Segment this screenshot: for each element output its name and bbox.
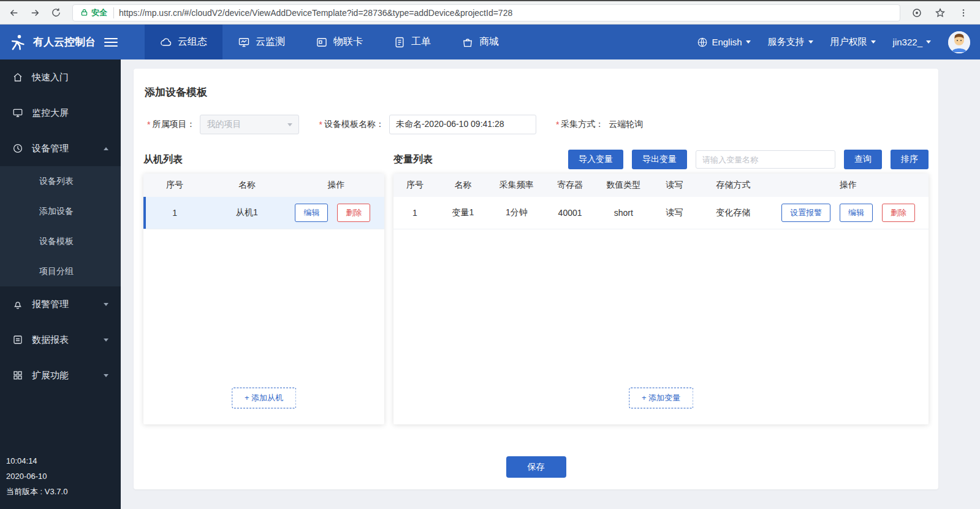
sidebar-item-alarm-management[interactable]: 报警管理	[0, 286, 121, 322]
column-header: 寄存器	[543, 174, 596, 197]
column-header: 操作	[288, 174, 384, 197]
export-variable-button[interactable]: 导出变量	[632, 150, 687, 169]
slave-list-panel: 序号 名称 操作 1 从机1	[143, 174, 384, 424]
chevron-down-icon	[104, 303, 108, 306]
sidebar-item-project-group[interactable]: 项目分组	[0, 256, 121, 286]
nav-item-cloud-scada[interactable]: 云组态	[145, 25, 222, 59]
delete-variable-button[interactable]: 删除	[882, 204, 915, 222]
home-icon	[12, 72, 23, 83]
sidebar-item-quick-start[interactable]: 快速入门	[0, 59, 121, 95]
forward-icon[interactable]	[27, 5, 43, 21]
permission-label: 用户权限	[830, 36, 867, 48]
save-button[interactable]: 保存	[506, 456, 566, 478]
main-content: 添加设备模板 * 所属项目： 我的项目 * 设备模板名称： * 采集方式： 云端…	[121, 59, 980, 509]
variable-toolbar: 导入变量 导出变量 查询 排序	[568, 150, 929, 169]
sidebar-footer: 10:04:14 2020-06-10 当前版本 : V3.7.0	[6, 453, 67, 499]
permission-dropdown[interactable]: 用户权限	[830, 36, 876, 48]
grid-icon	[12, 370, 23, 381]
variable-frequency: 1分钟	[490, 197, 543, 229]
sidebar-item-label: 设备模板	[39, 236, 74, 247]
variable-list-panel: 序号 名称 采集频率 寄存器 数值类型 读写 存储方式 操作	[393, 174, 929, 424]
zoom-icon[interactable]	[909, 5, 925, 21]
table-row[interactable]: 1 从机1 编辑 删除	[143, 197, 384, 229]
edit-slave-button[interactable]: 编辑	[295, 204, 328, 222]
avatar[interactable]	[948, 31, 970, 53]
sidebar-item-device-list[interactable]: 设备列表	[0, 166, 121, 196]
refresh-icon[interactable]	[48, 5, 64, 21]
nav-item-label: 云组态	[178, 36, 207, 48]
variable-index: 1	[393, 197, 436, 229]
current-date: 2020-06-10	[6, 469, 67, 484]
support-label: 服务支持	[768, 36, 805, 48]
sidebar-item-device-template[interactable]: 设备模板	[0, 226, 121, 256]
bookmark-star-icon[interactable]	[932, 5, 948, 21]
nav-item-label: 商城	[479, 36, 499, 48]
page-title: 添加设备模板	[143, 69, 929, 99]
browser-menu-icon[interactable]	[955, 5, 971, 21]
variable-name: 变量1	[436, 197, 490, 229]
device-management-submenu: 设备列表 添加设备 设备模板 项目分组	[0, 166, 121, 286]
nav-item-label: 工单	[411, 36, 431, 48]
import-variable-button[interactable]: 导入变量	[568, 150, 623, 169]
secure-label: 安全	[91, 7, 107, 18]
template-name-input[interactable]	[389, 115, 536, 134]
sidebar-item-label: 监控大屏	[32, 107, 69, 119]
big-screen-icon	[12, 107, 23, 118]
column-header: 存储方式	[699, 174, 768, 197]
table-row[interactable]: 1 变量1 1分钟 40001 short 读写 变化存储 设置报警	[393, 197, 929, 229]
user-dropdown[interactable]: jin322_	[893, 37, 931, 47]
browser-toolbar: 安全 https://mp.usr.cn/#/cloudV2/device/Vi…	[0, 0, 980, 25]
edit-variable-button[interactable]: 编辑	[840, 204, 873, 222]
variable-datatype: short	[597, 197, 650, 229]
required-asterisk: *	[147, 120, 150, 129]
nav-item-iot-card[interactable]: 物联卡	[300, 25, 378, 59]
clock-icon	[12, 143, 23, 154]
sidebar-item-data-report[interactable]: 数据报表	[0, 322, 121, 358]
chevron-down-icon	[104, 374, 108, 377]
variable-table: 序号 名称 采集频率 寄存器 数值类型 读写 存储方式 操作	[393, 174, 929, 229]
template-form: * 所属项目： 我的项目 * 设备模板名称： * 采集方式： 云端轮询	[143, 115, 929, 134]
support-dropdown[interactable]: 服务支持	[768, 36, 813, 48]
delete-slave-button[interactable]: 删除	[337, 204, 370, 222]
nav-item-mall[interactable]: 商城	[446, 25, 514, 59]
project-select[interactable]: 我的项目	[200, 115, 299, 134]
query-button[interactable]: 查询	[844, 150, 882, 169]
collect-mode-label: 采集方式：	[561, 119, 604, 130]
panels: 从机列表 序号 名称 操作	[143, 145, 929, 424]
variable-search-input[interactable]	[696, 150, 835, 169]
current-time: 10:04:14	[6, 453, 67, 469]
add-slave-button[interactable]: + 添加从机	[232, 388, 296, 408]
chevron-down-icon	[808, 40, 813, 44]
secure-badge[interactable]: 安全	[80, 7, 114, 18]
set-alarm-button[interactable]: 设置报警	[781, 204, 830, 222]
add-variable-button[interactable]: + 添加变量	[629, 388, 693, 408]
sidebar-item-label: 设备列表	[39, 176, 74, 187]
nav-item-cloud-monitor[interactable]: 云监测	[222, 25, 300, 59]
sidebar-item-label: 数据报表	[32, 334, 69, 346]
sidebar-item-device-management[interactable]: 设备管理	[0, 131, 121, 166]
primary-nav: 云组态 云监测 物联卡 工单 商城	[145, 25, 514, 59]
sidebar-item-label: 报警管理	[32, 299, 69, 310]
sidebar-item-monitor-screen[interactable]: 监控大屏	[0, 95, 121, 131]
sidebar-item-extensions[interactable]: 扩展功能	[0, 358, 121, 393]
version-label: 当前版本 : V3.7.0	[6, 484, 67, 499]
add-device-template-card: 添加设备模板 * 所属项目： 我的项目 * 设备模板名称： * 采集方式： 云端…	[134, 69, 938, 489]
brand[interactable]: 有人云控制台	[0, 33, 126, 52]
sidebar-item-add-device[interactable]: 添加设备	[0, 196, 121, 226]
menu-toggle-icon[interactable]	[104, 38, 118, 47]
language-dropdown[interactable]: English	[697, 37, 750, 48]
required-asterisk: *	[556, 120, 559, 129]
back-icon[interactable]	[6, 5, 22, 21]
slave-list-section: 从机列表 序号 名称 操作	[143, 145, 384, 424]
nav-item-work-order[interactable]: 工单	[378, 25, 446, 59]
column-header: 操作	[768, 174, 929, 197]
sidebar-item-label: 项目分组	[39, 266, 74, 277]
url-text[interactable]: https://mp.usr.cn/#/cloudV2/device/ViewA…	[119, 8, 512, 18]
sort-button[interactable]: 排序	[891, 150, 929, 169]
topnav-right: English 服务支持 用户权限 jin322_	[697, 31, 980, 53]
column-header: 读写	[650, 174, 699, 197]
variable-register: 40001	[543, 197, 596, 229]
address-bar[interactable]: 安全 https://mp.usr.cn/#/cloudV2/device/Vi…	[72, 4, 900, 21]
globe-icon	[697, 37, 708, 48]
chevron-down-icon	[871, 40, 876, 44]
